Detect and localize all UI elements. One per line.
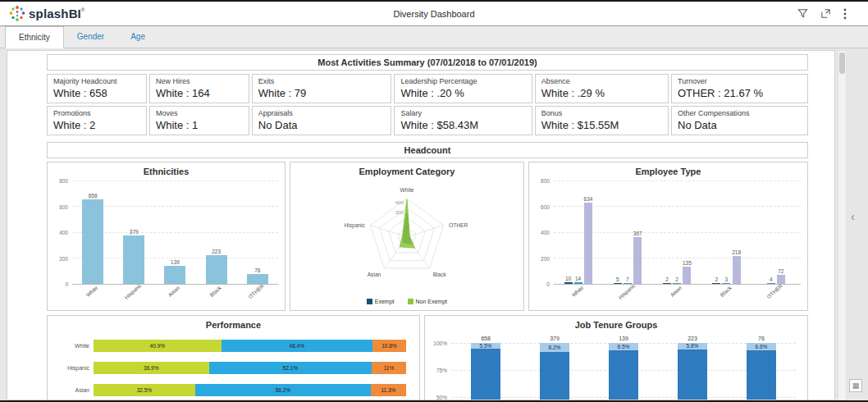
y-tick: 200: [59, 256, 68, 262]
performance-row-white: White40.9%48.4%10.8%: [51, 340, 406, 352]
tenure-bar[interactable]: 8.2%: [540, 343, 569, 400]
dashboard-scrollbar[interactable]: [838, 50, 847, 400]
kpi-card-majority-headcount[interactable]: Majority HeadcountWhite : 658: [47, 74, 147, 103]
bar-black[interactable]: [733, 256, 741, 284]
bar-black[interactable]: [712, 283, 720, 284]
bar-asian[interactable]: [663, 283, 671, 284]
main-area: Most Activities Summary (07/01/2018 to 0…: [0, 48, 868, 400]
kpi-card-appraisals[interactable]: AppraisalsNo Data: [252, 106, 392, 135]
tenure-main-segment[interactable]: [540, 352, 569, 400]
kpi-card-leadership-percentage[interactable]: Leadership PercentageWhite : .20 %: [394, 74, 532, 103]
corner-widget-icon[interactable]: ▦: [849, 379, 862, 392]
stack-segment[interactable]: 11.3%: [371, 384, 406, 396]
bar-other[interactable]: [247, 274, 268, 284]
scrollbar-thumb[interactable]: [839, 53, 845, 74]
kpi-card-exits[interactable]: ExitsWhite : 79: [252, 74, 392, 103]
bar-black[interactable]: [206, 255, 227, 284]
bar-value-label: 4: [770, 276, 773, 282]
bar-hispanic[interactable]: [614, 283, 622, 284]
tenure-main-segment[interactable]: [609, 350, 638, 400]
expand-icon[interactable]: [820, 8, 831, 19]
bar-other[interactable]: [777, 275, 785, 284]
bar-hispanic[interactable]: [123, 235, 144, 284]
stack-segment[interactable]: 40.9%: [94, 340, 222, 352]
kpi-label: Salary: [400, 109, 525, 117]
bar-hispanic[interactable]: [624, 283, 632, 284]
kpi-value: White : $15.55M: [541, 119, 662, 131]
bar-white[interactable]: [584, 203, 592, 284]
kpi-label: Majority Headcount: [53, 77, 140, 85]
svg-text:400: 400: [395, 199, 404, 205]
splashbi-logo[interactable]: splashBI®: [8, 5, 85, 23]
y-tick: 0: [546, 281, 550, 287]
svg-text:White: White: [400, 187, 413, 193]
bar-other[interactable]: [767, 283, 775, 284]
stack-segment[interactable]: 32.5%: [94, 384, 195, 396]
kpi-grid: Majority HeadcountWhite : 658New HiresWh…: [47, 74, 808, 135]
chart-title: Job Tenure Groups: [428, 318, 804, 333]
bar-asian[interactable]: [683, 267, 691, 284]
stack-segment[interactable]: 48.4%: [222, 340, 372, 352]
tenure-bar[interactable]: 6.6%: [747, 343, 776, 400]
bar-value-label: 379: [130, 229, 139, 235]
kpi-label: New Hires: [156, 77, 243, 85]
x-axis-label: Black: [208, 285, 232, 309]
tenure-main-segment[interactable]: [678, 349, 707, 400]
bar-value-label: 367: [633, 231, 642, 236]
logo-burst-icon: [8, 5, 26, 23]
tenure-top-segment[interactable]: 5.5%: [471, 343, 500, 349]
tab-bar: EthnicityGenderAge: [0, 26, 868, 48]
bar-black[interactable]: [722, 283, 730, 284]
legend-item-non-exempt[interactable]: Non Exempt: [408, 299, 448, 304]
bar-white[interactable]: [574, 282, 582, 284]
bar-white[interactable]: [564, 282, 573, 284]
bar-asian[interactable]: [164, 266, 185, 284]
stack-segment[interactable]: 56.2%: [195, 384, 371, 396]
tenure-top-segment[interactable]: 6.6%: [747, 343, 776, 350]
tenure-main-segment[interactable]: [471, 349, 500, 400]
kpi-card-other-compensations[interactable]: Other CompensationsNo Data: [671, 106, 808, 135]
kpi-card-bonus[interactable]: BonusWhite : $15.55M: [535, 106, 669, 135]
bar-white[interactable]: [82, 199, 103, 284]
kpi-card-new-hires[interactable]: New HiresWhite : 164: [149, 74, 249, 103]
tab-gender[interactable]: Gender: [64, 26, 117, 48]
tenure-top-segment[interactable]: 6.5%: [609, 343, 638, 350]
y-tick: 600: [541, 204, 550, 210]
bar-hispanic[interactable]: [633, 237, 642, 284]
performance-chart-panel: Performance White40.9%48.4%10.8%Hispanic…: [47, 315, 420, 400]
stack-segment[interactable]: 36.9%: [94, 362, 209, 374]
kpi-value: OTHER : 21.67 %: [678, 87, 802, 99]
tenure-main-segment[interactable]: [747, 350, 776, 400]
tab-ethnicity[interactable]: Ethnicity: [5, 26, 64, 48]
svg-text:OTHER: OTHER: [449, 222, 468, 228]
y-tick: 200: [541, 256, 550, 262]
stack-segment[interactable]: 10.8%: [372, 340, 406, 352]
tenure-top-segment[interactable]: 8.2%: [540, 343, 569, 352]
tenure-bar[interactable]: 6.5%: [609, 343, 638, 400]
collapse-panel-chevron[interactable]: ‹: [851, 211, 855, 222]
legend-item-exempt[interactable]: Exempt: [367, 299, 395, 304]
kpi-card-turnover[interactable]: TurnoverOTHER : 21.67 %: [671, 74, 808, 103]
stack-segment[interactable]: 11%: [372, 362, 406, 374]
kpi-label: Turnover: [678, 77, 802, 85]
kpi-card-moves[interactable]: MovesWhite : 1: [149, 106, 249, 135]
summary-section-header: Most Activities Summary (07/01/2018 to 0…: [47, 54, 808, 71]
tenure-top-segment[interactable]: 5.8%: [678, 343, 707, 349]
svg-text:300: 300: [395, 209, 404, 215]
kpi-card-absence[interactable]: AbsenceWhite : .29 %: [535, 74, 669, 103]
x-axis-label: White: [570, 285, 595, 309]
kpi-value: White : $58.43M: [400, 119, 525, 131]
legend-label: Non Exempt: [416, 299, 448, 304]
tab-age[interactable]: Age: [117, 26, 158, 48]
kpi-card-promotions[interactable]: PromotionsWhite : 2: [47, 106, 147, 135]
stack-segment[interactable]: 52.1%: [209, 362, 372, 374]
tenure-bar[interactable]: 5.5%: [471, 343, 500, 400]
kebab-menu-icon[interactable]: [843, 8, 847, 20]
filter-icon[interactable]: [797, 8, 808, 19]
kpi-card-salary[interactable]: SalaryWhite : $58.43M: [394, 106, 532, 135]
bar-asian[interactable]: [673, 283, 681, 284]
tenure-bar[interactable]: 5.8%: [678, 343, 707, 400]
y-tick: 0: [65, 281, 68, 287]
bar-total-label: 658: [481, 335, 491, 343]
kpi-label: Bonus: [541, 109, 662, 117]
